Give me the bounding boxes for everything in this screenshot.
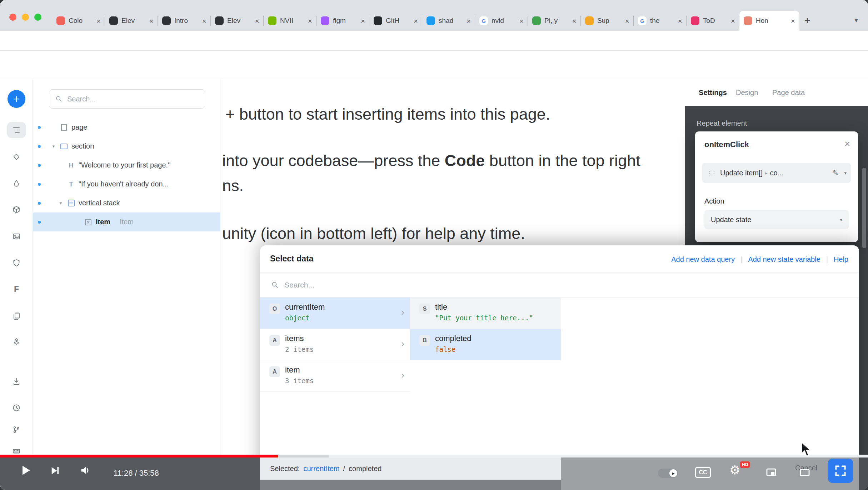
miniplayer-button[interactable] <box>765 466 777 479</box>
images-icon[interactable] <box>7 229 26 244</box>
tab-close-icon[interactable]: × <box>254 17 259 25</box>
shield-icon[interactable] <box>7 255 26 271</box>
play-button[interactable] <box>19 464 32 477</box>
data-item-row[interactable]: A items 2 items › <box>260 329 410 360</box>
fonts-icon[interactable]: F <box>7 281 26 297</box>
browser-tab[interactable]: Pi, y × <box>528 11 581 31</box>
next-button[interactable] <box>49 465 61 476</box>
video-progress-track[interactable] <box>329 455 868 458</box>
browser-tab[interactable]: G nvid × <box>475 11 528 31</box>
rocket-icon[interactable] <box>7 334 26 350</box>
tab-close-icon[interactable]: × <box>729 17 735 25</box>
settings-gear-icon[interactable]: ⚙ <box>729 463 740 477</box>
tab-close-icon[interactable]: × <box>518 17 524 25</box>
tree-row[interactable]: × Item Item <box>33 212 220 231</box>
assets-cube-icon[interactable] <box>7 202 26 218</box>
tab-close-icon[interactable]: × <box>677 17 682 25</box>
close-window-button[interactable] <box>9 14 16 21</box>
tab-design[interactable]: Design <box>736 89 758 97</box>
browser-tab[interactable]: GitH × <box>369 11 422 31</box>
browser-tab[interactable]: Hon × <box>739 11 799 31</box>
theater-mode-button[interactable] <box>798 466 812 479</box>
data-search[interactable] <box>260 272 859 298</box>
interaction-modal: onItemClick × ⋮⋮ Update item[] ▸ co... ✎… <box>695 131 858 242</box>
tab-page-data[interactable]: Page data <box>772 89 805 97</box>
edit-pencil-icon[interactable]: ✎ <box>833 169 839 177</box>
app-header: Blank project ⋮ Homepage ▾ 167% ▾ View ▾… <box>0 51 868 79</box>
browser-toolbar: ← → ↻ studio.plasmic.app/projects/tSV3rA… <box>0 31 868 51</box>
tab-close-icon[interactable]: × <box>571 17 577 25</box>
tab-settings[interactable]: Settings <box>699 89 727 97</box>
browser-tab[interactable]: Colo × <box>52 11 105 31</box>
action-select[interactable]: Update state ▾ <box>704 210 849 229</box>
browser-tab[interactable]: NVII × <box>264 11 316 31</box>
tab-title: Sup <box>597 17 624 25</box>
browser-tab[interactable]: Elev × <box>211 11 264 31</box>
collapse-chevron-icon[interactable]: ▾ <box>844 170 847 176</box>
tab-favicon: G <box>638 16 647 25</box>
browser-tab[interactable]: Intro × <box>158 11 211 31</box>
fullscreen-button[interactable] <box>828 459 853 483</box>
data-item-row[interactable]: O currentItem object › <box>260 298 410 329</box>
tab-close-icon[interactable]: × <box>359 17 365 25</box>
expand-chevron-icon[interactable]: ▾ <box>56 200 66 206</box>
tab-favicon <box>321 16 329 25</box>
tab-close-icon[interactable]: × <box>306 17 312 25</box>
video-progress-buffered[interactable] <box>278 455 329 458</box>
data-column-left: O currentItem object › A items 2 items ›… <box>260 298 410 392</box>
browser-tab[interactable]: figm × <box>316 11 369 31</box>
tab-close-icon[interactable]: × <box>789 17 795 25</box>
browser-tab[interactable]: ToD × <box>687 11 739 31</box>
tree-row[interactable]: page <box>33 118 220 137</box>
data-item-row[interactable]: S title "Put your title here..." <box>410 298 561 329</box>
tree-search-input[interactable] <box>66 95 186 104</box>
element-icon: T <box>66 179 76 190</box>
tab-search-chevron-icon[interactable]: ▾ <box>854 16 858 24</box>
panel-scrollbar[interactable] <box>862 168 866 248</box>
components-diamond-icon[interactable] <box>7 149 26 165</box>
tab-close-icon[interactable]: × <box>95 17 101 25</box>
tree-row[interactable]: ▾ vertical stack <box>33 194 220 212</box>
download-icon[interactable] <box>7 374 26 389</box>
element-label: "If you haven't already don... <box>79 180 169 188</box>
browser-tab[interactable]: G the × <box>634 11 687 31</box>
data-item-row[interactable]: B completed false <box>410 329 561 360</box>
expand-chevron-icon[interactable]: ▾ <box>49 144 59 149</box>
tree-search[interactable] <box>49 89 205 109</box>
browser-tab[interactable]: shad × <box>422 11 475 31</box>
history-clock-icon[interactable] <box>7 400 26 416</box>
browser-tab[interactable]: Elev × <box>105 11 158 31</box>
git-branch-icon[interactable] <box>7 422 26 438</box>
element-icon <box>66 198 76 209</box>
tokens-droplet-icon[interactable] <box>7 176 26 191</box>
interaction-row[interactable]: ⋮⋮ Update item[] ▸ co... ✎ ▾ <box>702 163 851 183</box>
data-search-input[interactable] <box>284 280 464 290</box>
outline-icon[interactable] <box>7 122 26 138</box>
zoom-window-button[interactable] <box>34 14 41 21</box>
tree-row[interactable]: T "If you haven't already don... <box>33 175 220 194</box>
close-icon[interactable]: × <box>844 139 850 150</box>
tab-close-icon[interactable]: × <box>412 17 418 25</box>
video-progress-played[interactable] <box>0 455 278 458</box>
add-state-variable-link[interactable]: Add new state variable <box>748 255 820 264</box>
tab-close-icon[interactable]: × <box>465 17 471 25</box>
tab-close-icon[interactable]: × <box>624 17 629 25</box>
add-data-query-link[interactable]: Add new data query <box>671 255 735 264</box>
tree-row[interactable]: ▾ section <box>33 137 220 156</box>
autoplay-toggle[interactable]: ▶ <box>658 469 678 478</box>
copies-icon[interactable] <box>7 308 26 324</box>
tree-row[interactable]: H "Welcome to your first page." <box>33 156 220 175</box>
insert-button[interactable]: + <box>8 90 25 108</box>
captions-button[interactable]: CC <box>695 467 711 478</box>
tab-close-icon[interactable]: × <box>201 17 206 25</box>
browser-tab[interactable]: Sup × <box>581 11 634 31</box>
drag-handle-icon[interactable]: ⋮⋮ <box>707 170 716 176</box>
data-column-right: S title "Put your title here..." B compl… <box>410 298 561 360</box>
minimize-window-button[interactable] <box>22 14 29 21</box>
data-item-row[interactable]: A item 3 items › <box>260 360 410 392</box>
new-tab-button[interactable]: + <box>799 11 815 31</box>
volume-icon[interactable] <box>79 464 91 476</box>
help-link[interactable]: Help <box>834 255 848 264</box>
tab-close-icon[interactable]: × <box>148 17 154 25</box>
binding-dot <box>38 164 41 167</box>
